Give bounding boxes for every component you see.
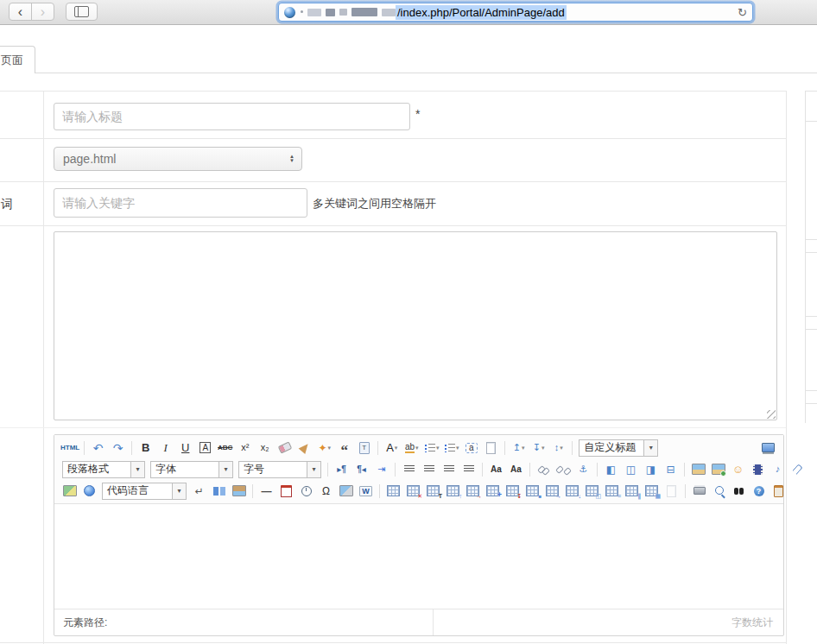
preview-icon[interactable] <box>710 483 728 500</box>
auto-typeset-icon[interactable]: ✦▾ <box>315 439 333 457</box>
screenshot-icon[interactable] <box>337 483 355 500</box>
delete-table-icon[interactable] <box>404 483 422 500</box>
disabled-doc-icon[interactable] <box>662 483 681 500</box>
delete-row-icon[interactable] <box>464 483 482 500</box>
sidebar-toggle-button[interactable] <box>66 3 98 21</box>
image-center-icon[interactable]: ◫ <box>622 461 640 478</box>
undo-icon[interactable]: ↶ <box>89 439 107 457</box>
editor-content-area[interactable] <box>54 504 783 609</box>
bold-icon[interactable]: B <box>136 439 155 457</box>
merge-down-icon[interactable] <box>563 483 581 500</box>
tab-page[interactable]: 页面 <box>0 46 35 73</box>
insert-table-icon[interactable] <box>384 483 402 500</box>
font-family-combo[interactable]: 字体▾ <box>150 461 233 478</box>
para-spacing-top-icon[interactable]: ↥▾ <box>510 439 528 457</box>
insert-map-icon[interactable] <box>60 483 79 500</box>
anchor-style-icon[interactable]: a <box>462 439 480 457</box>
textarea-resize-grip[interactable] <box>767 410 776 419</box>
blockquote-icon[interactable]: “ <box>335 439 353 457</box>
title-row-icon[interactable] <box>444 483 462 500</box>
paragraph-format-combo[interactable]: 段落格式▾ <box>62 461 145 478</box>
special-chars-icon[interactable]: Ω <box>317 483 335 500</box>
merge-right-icon[interactable] <box>543 483 561 500</box>
highlight-color-icon[interactable]: ab▾ <box>402 439 421 457</box>
image-manager-icon[interactable] <box>709 461 727 478</box>
anchor-icon[interactable]: ⚓ <box>574 461 592 478</box>
fullscreen-icon[interactable] <box>759 439 777 457</box>
dropdown-arrow-icon[interactable]: ▾ <box>456 445 459 451</box>
custom-style-combo[interactable]: 自定义标题▾ <box>579 439 658 457</box>
insert-date-icon[interactable] <box>277 483 295 500</box>
combo-arrow-icon[interactable]: ▾ <box>172 483 186 499</box>
clear-doc-icon[interactable] <box>482 439 500 457</box>
direction-ltr-icon[interactable]: ▸¶ <box>332 461 351 478</box>
line-height-icon[interactable]: ↕▾ <box>549 439 567 457</box>
combo-arrow-icon[interactable]: ▾ <box>643 440 657 456</box>
emotion-icon[interactable]: ☺ <box>729 461 747 478</box>
split-cell-icon[interactable] <box>583 483 601 500</box>
image-left-icon[interactable]: ◧ <box>602 461 620 478</box>
image-right-icon[interactable]: ◨ <box>642 461 660 478</box>
insert-image-icon[interactable] <box>689 461 707 478</box>
lowercase-icon[interactable]: Aa <box>507 461 525 478</box>
print-icon[interactable] <box>690 483 708 500</box>
direction-rtl-icon[interactable]: ¶◂ <box>352 461 370 478</box>
help-icon[interactable] <box>750 483 768 500</box>
insert-code-icon[interactable] <box>190 483 208 500</box>
superscript-icon[interactable]: x² <box>236 439 254 457</box>
source-code-button[interactable]: HTML <box>60 439 79 457</box>
description-textarea[interactable] <box>54 231 777 420</box>
font-border-icon[interactable]: A <box>196 439 214 457</box>
dropdown-arrow-icon[interactable]: ▾ <box>522 445 525 451</box>
insert-video-icon[interactable] <box>749 461 767 478</box>
title-input[interactable] <box>54 103 410 130</box>
ordered-list-icon[interactable]: ▾ <box>422 439 440 457</box>
unlink-icon[interactable] <box>554 461 573 478</box>
merge-cells-icon[interactable] <box>523 483 542 500</box>
columns-icon[interactable] <box>210 483 228 500</box>
code-language-combo[interactable]: 代码语言▾ <box>102 483 187 500</box>
redo-icon[interactable]: ↷ <box>109 439 127 457</box>
align-right-icon[interactable] <box>440 461 458 478</box>
paste-plain-icon[interactable] <box>355 439 373 457</box>
full-border-icon[interactable] <box>643 483 661 500</box>
remove-format-icon[interactable] <box>276 439 294 457</box>
horizontal-rule-icon[interactable]: — <box>257 483 276 500</box>
link-icon[interactable] <box>535 461 553 478</box>
word-count-label[interactable]: 字数统计 <box>434 609 783 635</box>
italic-icon[interactable]: I <box>156 439 174 457</box>
template-icon[interactable] <box>770 483 788 500</box>
para-spacing-bottom-icon[interactable]: ↧▾ <box>529 439 548 457</box>
align-justify-icon[interactable] <box>459 461 478 478</box>
unordered-list-icon[interactable]: ▾ <box>442 439 460 457</box>
insert-col-icon[interactable] <box>484 483 502 500</box>
combo-arrow-icon[interactable]: ▾ <box>307 462 320 477</box>
combo-arrow-icon[interactable]: ▾ <box>218 462 232 477</box>
dropdown-arrow-icon[interactable]: ▾ <box>436 445 440 451</box>
keywords-input[interactable] <box>54 188 307 218</box>
font-color-icon[interactable]: A▾ <box>383 439 401 457</box>
font-size-combo[interactable]: 字号▾ <box>238 461 321 478</box>
table-title-icon[interactable] <box>424 483 442 500</box>
align-center-icon[interactable] <box>420 461 438 478</box>
baidu-map-icon[interactable] <box>80 483 98 500</box>
reload-icon[interactable]: ↻ <box>738 6 747 19</box>
image-block-icon[interactable]: ⊟ <box>662 461 680 478</box>
music-icon[interactable]: ♪ <box>769 461 787 478</box>
dropdown-arrow-icon[interactable]: ▾ <box>560 445 563 451</box>
forward-button[interactable]: › <box>31 3 54 21</box>
word-image-icon[interactable] <box>357 483 375 500</box>
align-left-icon[interactable] <box>400 461 418 478</box>
dropdown-arrow-icon[interactable]: ▾ <box>542 445 545 451</box>
template-select[interactable]: page.html ▲▼ <box>54 147 302 171</box>
strikethrough-icon[interactable]: ABC <box>216 439 234 457</box>
snapshot-icon[interactable] <box>230 483 248 500</box>
dropdown-arrow-icon[interactable]: ▾ <box>327 445 331 451</box>
format-painter-icon[interactable] <box>295 439 314 457</box>
attachment-icon[interactable] <box>788 461 807 478</box>
back-button[interactable]: ‹ <box>9 3 32 21</box>
delete-col-icon[interactable] <box>504 483 522 500</box>
url-field[interactable]: /index.php/Portal/AdminPage/add ↻ <box>278 3 753 22</box>
dropdown-arrow-icon[interactable]: ▾ <box>415 445 419 451</box>
uppercase-icon[interactable]: Aa <box>487 461 505 478</box>
